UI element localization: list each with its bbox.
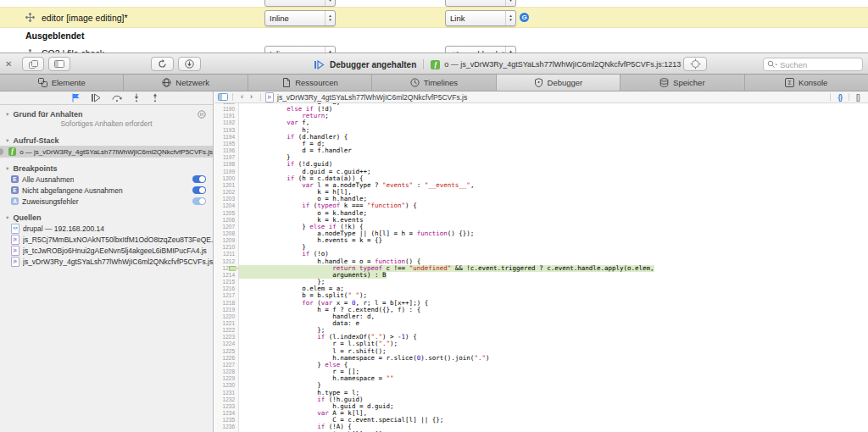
type-profiler-button[interactable]: [] — [854, 93, 865, 102]
breakpoints-section-header[interactable]: ▼ Breakpoints — [0, 163, 213, 174]
line-number[interactable]: 1202 — [214, 189, 239, 196]
line-number[interactable]: 1223 — [214, 334, 239, 341]
tab-debugger[interactable]: Debugger — [497, 75, 620, 91]
callstack-frame-selected[interactable]: f o — js_vDrW3Ry_4gtSYaLsh77lWhWjIC6ml2Q… — [0, 146, 213, 158]
line-number[interactable]: 1213 — [214, 265, 239, 272]
line-number[interactable]: 1231 — [214, 390, 239, 396]
line-number[interactable]: 1236 — [214, 424, 239, 430]
breakpoint-row[interactable]: ENicht abgefangene Ausnahmen — [0, 185, 213, 196]
debugger-status-dropdown[interactable]: Debugger angehalten f o — js_vDrW3Ry_4gt… — [314, 57, 693, 72]
detach-window-button[interactable] — [22, 57, 44, 71]
element-picker-button[interactable] — [683, 57, 707, 71]
line-number[interactable]: 1224 — [214, 341, 239, 347]
line-number[interactable]: 1194 — [214, 134, 239, 141]
source-item-js[interactable]: jsjs_vDrW3Ry_4gtSYaLsh77lWhWjIC6ml2QNkcf… — [0, 256, 213, 267]
line-number[interactable]: 1201 — [214, 182, 239, 189]
tab-elemente[interactable]: Elemente — [0, 75, 124, 91]
sources-section-header[interactable]: ▼ Quellen — [0, 212, 213, 223]
breakpoint-toggle[interactable] — [192, 197, 206, 205]
breakpoint-toggle[interactable] — [192, 186, 206, 194]
line-number[interactable]: 1208 — [214, 230, 239, 237]
tab-timelines[interactable]: Timelines — [372, 75, 496, 91]
display-select[interactable]: <Ausgeblendet> ▲▼ — [445, 46, 516, 53]
breakpoint-row[interactable]: AZuweisungsfehler — [0, 196, 213, 207]
breakpoints-toggle-icon[interactable] — [71, 93, 81, 102]
line-number[interactable]: 1218 — [214, 300, 239, 307]
line-number[interactable]: 1234 — [214, 410, 239, 417]
line-number[interactable]: 1214 — [214, 272, 239, 279]
code-editor[interactable]: 1189 d = B;1190 else if (!d)1191 return;… — [214, 103, 868, 432]
line-number[interactable]: 1203 — [214, 196, 239, 202]
breakpoint-toggle[interactable] — [192, 175, 206, 183]
line-number[interactable]: 1192 — [214, 119, 239, 126]
line-number[interactable]: 1205 — [214, 210, 239, 217]
callstack-section-header[interactable]: ▼ Aufruf-Stack — [0, 135, 213, 146]
line-number[interactable]: 1204 — [214, 202, 239, 209]
line-number[interactable]: 1216 — [214, 285, 239, 292]
line-number[interactable]: 1210 — [214, 244, 239, 251]
line-number[interactable]: 1219 — [214, 307, 239, 313]
line-number[interactable]: 1191 — [214, 113, 239, 119]
back-button[interactable]: ‹ — [237, 91, 247, 102]
step-into-icon[interactable] — [132, 93, 141, 102]
format-select-clipped[interactable]: ▲▼ — [264, 0, 336, 7]
reload-page-button[interactable] — [151, 57, 174, 71]
line-number[interactable]: 1233 — [214, 403, 239, 410]
line-number[interactable]: 1207 — [214, 224, 239, 230]
line-number[interactable]: 1226 — [214, 355, 239, 362]
line-number[interactable]: 1206 — [214, 217, 239, 224]
line-number[interactable]: 1196 — [214, 147, 239, 154]
line-number[interactable]: 1222 — [214, 327, 239, 334]
format-select[interactable]: Inline ▲▼ — [264, 10, 336, 26]
step-out-icon[interactable] — [151, 93, 159, 102]
pause-reason-section-header[interactable]: ▼ Grund für Anhalten — [0, 108, 213, 119]
pretty-print-button[interactable]: {} — [835, 93, 844, 102]
line-number[interactable]: 1217 — [214, 292, 239, 299]
source-item-js[interactable]: jsjs_R5Cj7MmBLxNOAkNT50lbxItfM1OdO8tzqZe… — [0, 234, 213, 245]
line-number[interactable]: 1221 — [214, 320, 239, 327]
pause-resume-icon[interactable] — [91, 93, 102, 102]
line-number[interactable]: 1225 — [214, 348, 239, 355]
forward-button[interactable]: › — [247, 91, 256, 102]
search-input[interactable]: Suchen — [763, 58, 863, 71]
line-number[interactable]: 1200 — [214, 175, 239, 182]
g-extension-icon[interactable]: G — [520, 13, 529, 22]
line-number[interactable]: 1199 — [214, 169, 239, 175]
line-number[interactable]: 1220 — [214, 313, 239, 320]
display-select-clipped[interactable]: ▲▼ — [445, 0, 516, 7]
line-number[interactable]: 1209 — [214, 237, 239, 244]
step-over-icon[interactable] — [112, 93, 122, 102]
source-label: js_tcJwROBjo6Hnui2gAEeNvn5lj4akgeeL6iBMI… — [23, 246, 207, 255]
line-number[interactable]: 1227 — [214, 362, 239, 368]
tab-speicher[interactable]: Speicher — [620, 75, 744, 91]
line-number[interactable]: 1232 — [214, 396, 239, 403]
line-number[interactable]: 1195 — [214, 141, 239, 147]
sidebar-toggle-icon[interactable] — [218, 93, 228, 101]
line-number[interactable]: 1193 — [214, 127, 239, 134]
source-item-js[interactable]: jsjs_tcJwROBjo6Hnui2gAEeNvn5lj4akgeeL6iB… — [0, 245, 213, 256]
code-line-1196: 1196 d = f.handler — [214, 147, 868, 154]
line-number[interactable]: 1215 — [214, 279, 239, 285]
breakpoint-row[interactable]: EAlle Ausnahmen — [0, 174, 213, 185]
debugger-controls — [0, 91, 213, 105]
dock-side-button[interactable] — [48, 57, 70, 71]
line-number[interactable]: 1235 — [214, 417, 239, 424]
line-number[interactable]: 1228 — [214, 368, 239, 375]
tab-ressourcen[interactable]: Ressourcen — [248, 75, 372, 91]
line-number[interactable]: 1198 — [214, 161, 239, 168]
drag-handle-icon[interactable] — [25, 13, 35, 22]
close-inspector-button[interactable]: ✕ — [5, 59, 12, 69]
display-select[interactable]: Link ▲▼ — [445, 10, 516, 26]
line-number[interactable]: 1197 — [214, 154, 239, 161]
line-number[interactable]: 1211 — [214, 251, 239, 258]
line-number[interactable]: 1230 — [214, 382, 239, 389]
tab-konsole[interactable]: ΣKonsole — [745, 75, 868, 91]
code-line-1191: 1191 return; — [214, 113, 868, 119]
source-item-html[interactable]: <>drupal — 192.168.200.14 — [0, 223, 213, 234]
tab-netzwerk[interactable]: Netzwerk — [124, 75, 248, 91]
line-number[interactable]: 1212 — [214, 258, 239, 265]
download-button[interactable] — [178, 57, 201, 71]
line-number[interactable]: 1229 — [214, 375, 239, 382]
format-select[interactable]: Inline ▲▼ — [264, 46, 336, 53]
line-number[interactable]: 1190 — [214, 106, 239, 113]
